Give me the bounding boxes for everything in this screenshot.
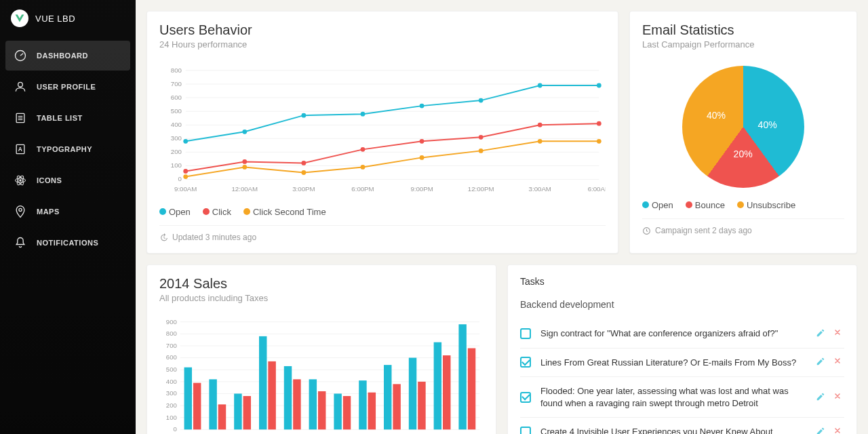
svg-rect-95 bbox=[318, 391, 326, 429]
svg-text:900: 900 bbox=[166, 318, 177, 326]
svg-text:3:00PM: 3:00PM bbox=[292, 185, 315, 193]
svg-point-51 bbox=[420, 139, 425, 144]
svg-rect-94 bbox=[309, 379, 317, 429]
delete-icon[interactable] bbox=[833, 357, 844, 368]
svg-rect-87 bbox=[218, 404, 226, 429]
clock-icon bbox=[642, 226, 651, 235]
svg-rect-105 bbox=[443, 355, 450, 429]
svg-rect-92 bbox=[284, 366, 292, 429]
brand-logo-icon bbox=[11, 9, 28, 27]
history-icon bbox=[159, 233, 168, 242]
sidebar-item-typography[interactable]: ATYPOGRAPHY bbox=[5, 134, 130, 164]
task-text: Create 4 Invisible User Experiences you … bbox=[540, 426, 806, 434]
main-content: Users Behavior 24 Hours performance 0100… bbox=[136, 0, 868, 434]
card-title: Users Behavior bbox=[159, 22, 606, 38]
svg-text:6:00PM: 6:00PM bbox=[351, 185, 374, 193]
footer-text: Updated 3 minutes ago bbox=[172, 233, 256, 242]
sidebar-item-user-profile[interactable]: USER PROFILE bbox=[5, 72, 130, 102]
delete-icon[interactable] bbox=[833, 328, 844, 339]
legend-item: Bounce bbox=[686, 200, 725, 210]
svg-text:9:00PM: 9:00PM bbox=[410, 185, 433, 193]
task-checkbox[interactable] bbox=[520, 427, 531, 434]
svg-rect-85 bbox=[193, 383, 201, 430]
bell-icon bbox=[14, 236, 27, 250]
svg-text:400: 400 bbox=[171, 121, 182, 128]
task-text: Flooded: One year later, assessing what … bbox=[540, 385, 806, 409]
edit-icon[interactable] bbox=[816, 392, 827, 403]
svg-text:300: 300 bbox=[166, 389, 177, 397]
svg-rect-97 bbox=[343, 396, 351, 429]
svg-point-58 bbox=[361, 165, 366, 170]
svg-text:3:00AM: 3:00AM bbox=[529, 185, 551, 193]
card-title: 2014 Sales bbox=[159, 276, 484, 292]
svg-text:800: 800 bbox=[171, 66, 182, 74]
brand[interactable]: VUE LBD bbox=[0, 5, 136, 37]
edit-icon[interactable] bbox=[816, 328, 827, 339]
pin-icon bbox=[14, 205, 27, 218]
svg-rect-90 bbox=[259, 336, 267, 430]
pie-slice-label: 20% bbox=[734, 149, 753, 159]
svg-text:9:00AM: 9:00AM bbox=[174, 185, 197, 193]
svg-point-42 bbox=[361, 112, 366, 117]
nav-label: NOTIFICATIONS bbox=[37, 239, 98, 247]
sidebar-item-maps[interactable]: MAPS bbox=[5, 197, 130, 226]
svg-text:600: 600 bbox=[171, 94, 182, 101]
nav-label: DASHBOARD bbox=[37, 52, 88, 60]
legend: OpenBounceUnsubscribe bbox=[642, 200, 844, 210]
bar-chart: 0100200300400500600700800900 bbox=[159, 315, 484, 434]
legend-dot bbox=[642, 201, 649, 208]
svg-text:700: 700 bbox=[166, 342, 177, 349]
sidebar-item-table-list[interactable]: TABLE LIST bbox=[5, 103, 130, 133]
svg-rect-99 bbox=[368, 393, 376, 430]
svg-point-61 bbox=[538, 139, 542, 144]
legend-dot bbox=[686, 201, 692, 208]
svg-rect-107 bbox=[468, 348, 475, 429]
sidebar-item-notifications[interactable]: NOTIFICATIONS bbox=[5, 228, 130, 258]
sidebar: VUE LBD DASHBOARDUSER PROFILETABLE LISTA… bbox=[0, 0, 136, 434]
sidebar-item-icons[interactable]: ICONS bbox=[5, 165, 130, 195]
sales-card: 2014 Sales All products including Taxes … bbox=[146, 264, 496, 434]
legend: OpenClickClick Second Time bbox=[159, 207, 606, 217]
svg-text:12:00AM: 12:00AM bbox=[231, 185, 258, 193]
svg-point-50 bbox=[361, 147, 366, 152]
svg-text:12:00PM: 12:00PM bbox=[468, 185, 494, 193]
sidebar-item-dashboard[interactable]: DASHBOARD bbox=[5, 41, 130, 71]
svg-point-57 bbox=[301, 170, 306, 175]
task-checkbox[interactable] bbox=[520, 392, 531, 403]
tasks-card: Tasks Backend development Sign contract … bbox=[507, 264, 857, 434]
svg-rect-100 bbox=[384, 365, 391, 429]
svg-rect-89 bbox=[243, 396, 251, 429]
svg-rect-91 bbox=[268, 361, 275, 430]
svg-point-45 bbox=[538, 83, 542, 88]
svg-text:100: 100 bbox=[171, 161, 182, 169]
pie-chart: 40% 20% 40% bbox=[642, 66, 844, 188]
svg-text:100: 100 bbox=[166, 414, 177, 421]
svg-rect-93 bbox=[293, 379, 300, 429]
svg-text:0: 0 bbox=[178, 175, 182, 182]
task-checkbox[interactable] bbox=[520, 328, 531, 339]
line-chart: 01002003004005006007008009:00AM12:00AM3:… bbox=[159, 62, 606, 197]
svg-point-62 bbox=[597, 139, 601, 144]
svg-point-44 bbox=[479, 98, 484, 103]
svg-point-55 bbox=[183, 174, 188, 179]
svg-text:6:00AM: 6:00AM bbox=[588, 185, 606, 193]
edit-icon[interactable] bbox=[816, 427, 827, 434]
card-title: Email Statistics bbox=[642, 22, 844, 38]
svg-point-40 bbox=[242, 130, 247, 134]
users-behavior-card: Users Behavior 24 Hours performance 0100… bbox=[146, 11, 618, 254]
delete-icon[interactable] bbox=[833, 392, 844, 403]
task-text: Sign contract for "What are conference o… bbox=[540, 328, 806, 340]
legend-dot bbox=[737, 201, 744, 208]
svg-point-12 bbox=[19, 208, 22, 211]
edit-icon[interactable] bbox=[816, 357, 827, 368]
svg-point-49 bbox=[301, 161, 306, 165]
delete-icon[interactable] bbox=[833, 427, 844, 434]
task-row: Sign contract for "What are conference o… bbox=[520, 319, 844, 348]
svg-point-46 bbox=[597, 83, 601, 88]
svg-text:500: 500 bbox=[171, 107, 182, 115]
svg-text:0: 0 bbox=[173, 425, 176, 433]
card-title: Tasks bbox=[520, 276, 844, 287]
task-checkbox[interactable] bbox=[520, 357, 531, 368]
pie-slice-label: 40% bbox=[758, 119, 777, 130]
card-subtitle: 24 Hours performance bbox=[159, 39, 606, 50]
